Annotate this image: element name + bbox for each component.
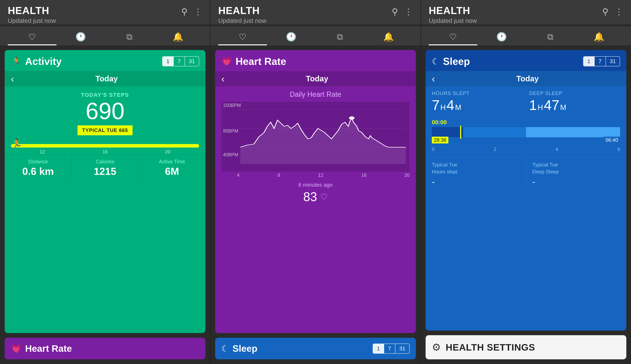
tick-12: 12 xyxy=(40,149,45,154)
search-icon-col3[interactable]: ⚲ xyxy=(602,6,608,16)
activity-nav-label: Today xyxy=(14,74,199,83)
stat-calories: Calories 1215 xyxy=(72,155,138,181)
y-label-150: 150BPM xyxy=(223,102,241,108)
deep-sleep-m: 47 xyxy=(544,97,559,113)
hours-slept-m: 4 xyxy=(447,97,454,113)
sleep-date-btn-1-col3[interactable]: 1 xyxy=(584,57,595,66)
timeline-light xyxy=(526,127,620,137)
steps-value: 690 xyxy=(11,98,199,124)
app-subtitle-col3: Updated just now xyxy=(429,17,602,24)
sleep-prev-arrow[interactable]: ‹ xyxy=(432,74,435,84)
activity-prev-arrow[interactable]: ‹ xyxy=(11,74,14,84)
heart-icon-tab-col3: ♡ xyxy=(449,32,457,42)
more-icon-col3[interactable]: ⋮ xyxy=(615,6,623,16)
deep-sleep-value: 1H 47M xyxy=(529,97,620,113)
typical-hours-value: - xyxy=(432,177,520,187)
stat-calories-label: Calories xyxy=(74,159,136,165)
tab-layers-col3[interactable]: ⧉ xyxy=(526,26,575,45)
layers-icon-tab-col2: ⧉ xyxy=(337,32,343,42)
sleep-small-card-col2[interactable]: ☾ Sleep 1 7 31 xyxy=(215,338,416,359)
deep-sleep-h: 1 xyxy=(529,97,537,113)
tab-bell-col2[interactable]: 🔔 xyxy=(364,26,413,45)
tab-layers-col2[interactable]: ⧉ xyxy=(316,26,364,45)
sleep-stats: HOURS SLEPT 7H 4M DEEP SLEEP 1H 47M xyxy=(426,86,626,117)
sleep-card-col3: ☾ Sleep 1 7 31 ‹ Today HOURS SLEPT xyxy=(426,50,626,330)
search-icon-col2[interactable]: ⚲ xyxy=(392,6,398,16)
x-label-20: 20 xyxy=(404,172,410,178)
tick-16: 16 xyxy=(102,149,108,154)
sleep-date-buttons-col2: 1 7 31 xyxy=(373,344,410,354)
m-unit-1: M xyxy=(455,103,462,112)
heart-rate-prev-arrow[interactable]: ‹ xyxy=(221,74,224,84)
heart-rate-small-card-col1[interactable]: 💗 Heart Rate xyxy=(5,338,206,359)
stat-distance-label: Distance xyxy=(6,159,70,165)
tab-clock-col2[interactable]: 🕐 xyxy=(267,26,316,45)
tab-clock-col3[interactable]: 🕐 xyxy=(478,26,526,45)
tl-x-0: 0 xyxy=(432,146,434,152)
sleep-nav-label: Today xyxy=(435,74,620,83)
health-settings-card[interactable]: ⚙ HEALTH SETTINGS xyxy=(426,335,626,359)
x-label-4: 4 xyxy=(237,172,240,178)
more-icon-col2[interactable]: ⋮ xyxy=(404,6,413,16)
sleep-date-btn-31-col3[interactable]: 31 xyxy=(606,57,620,66)
deep-sleep-stat: DEEP SLEEP 1H 47M xyxy=(529,90,620,113)
deep-sleep-label: DEEP SLEEP xyxy=(529,90,620,96)
app-subtitle-col2: Updated just now xyxy=(218,17,392,24)
activity-card: 🏃 Activity 1 7 31 ‹ Today TODAY'S STEPS … xyxy=(5,50,206,333)
tl-x-6: 6 xyxy=(618,146,620,152)
activity-stats-row: Distance 0.6 km Calories 1215 Active Tim… xyxy=(5,154,206,181)
typical-hours-label: Typical TueHours slept xyxy=(432,161,520,176)
search-icon-col1[interactable]: ⚲ xyxy=(181,6,188,16)
timeline-end-label: 06:40 xyxy=(604,137,620,144)
clock-icon-tab-col3: 🕐 xyxy=(496,32,507,42)
settings-icon: ⚙ xyxy=(432,342,441,353)
h-unit-1: H xyxy=(440,103,446,112)
layers-icon-tab-col3: ⧉ xyxy=(547,32,553,42)
heart-rate-small-title-col1: Heart Rate xyxy=(25,343,72,354)
activity-date-btn-7[interactable]: 7 xyxy=(174,57,185,66)
sleep-icon-col3: ☾ xyxy=(432,56,440,66)
chart-title: Daily Heart Rate xyxy=(221,90,410,98)
activity-date-btn-1[interactable]: 1 xyxy=(162,57,174,66)
heart-rate-chart: 150BPM 95BPM 40BPM xyxy=(221,102,410,172)
hr-value: 83 xyxy=(303,190,317,204)
timeline-dark xyxy=(432,127,463,137)
bell-icon-tab-col2: 🔔 xyxy=(383,32,394,42)
stat-active-time-label: Active Time xyxy=(140,159,204,165)
tab-heart-col3[interactable]: ♡ xyxy=(429,26,478,45)
app-subtitle-col1: Updated just now xyxy=(8,17,181,24)
timeline-x-labels: 0 2 4 6 xyxy=(432,146,620,152)
heart-rate-small-icon-col1: 💗 xyxy=(11,344,22,354)
stat-calories-value: 1215 xyxy=(74,166,136,177)
app-name-col2: HEALTH xyxy=(218,5,392,16)
sleep-date-btn-7-col3[interactable]: 7 xyxy=(594,57,606,66)
tab-bell-col3[interactable]: 🔔 xyxy=(574,26,623,45)
tab-heart-col2[interactable]: ♡ xyxy=(218,26,267,45)
heart-rate-nav-label: Today xyxy=(224,74,410,83)
more-icon-col1[interactable]: ⋮ xyxy=(194,6,202,16)
activity-date-btn-31[interactable]: 31 xyxy=(185,57,199,66)
progress-track xyxy=(11,144,199,148)
tab-layers-col1[interactable]: ⧉ xyxy=(105,26,154,45)
bell-icon-tab-col3: 🔔 xyxy=(594,32,604,42)
tab-bell-col1[interactable]: 🔔 xyxy=(154,26,202,45)
tab-heart-col1[interactable]: ♡ xyxy=(8,26,56,45)
sleep-date-btn-1-col2[interactable]: 1 xyxy=(373,344,384,353)
typical-badge: TYPICAL TUE 665 xyxy=(78,125,133,135)
timeline-start-label: 28:36 xyxy=(432,137,448,144)
activity-title: Activity xyxy=(25,56,62,67)
tl-x-2: 2 xyxy=(494,146,496,152)
layers-icon-tab-col1: ⧉ xyxy=(126,32,132,42)
typical-deep-label: Typical TueDeep Sleep xyxy=(532,161,620,176)
clock-icon-tab-col1: 🕐 xyxy=(75,32,86,42)
svg-marker-3 xyxy=(240,118,406,164)
sleep-date-btn-7-col2[interactable]: 7 xyxy=(384,344,396,353)
activity-date-buttons: 1 7 31 xyxy=(162,56,199,66)
typical-sleep-deep: Typical TueDeep Sleep - xyxy=(526,157,626,190)
heart-icon-tab-col1: ♡ xyxy=(28,32,36,42)
x-label-12: 12 xyxy=(318,172,324,178)
stat-active-time-value: 6M xyxy=(140,166,204,177)
sleep-date-btn-31-col2[interactable]: 31 xyxy=(396,344,409,353)
hours-slept-value: 7H 4M xyxy=(432,97,523,113)
tab-clock-col1[interactable]: 🕐 xyxy=(56,26,105,45)
